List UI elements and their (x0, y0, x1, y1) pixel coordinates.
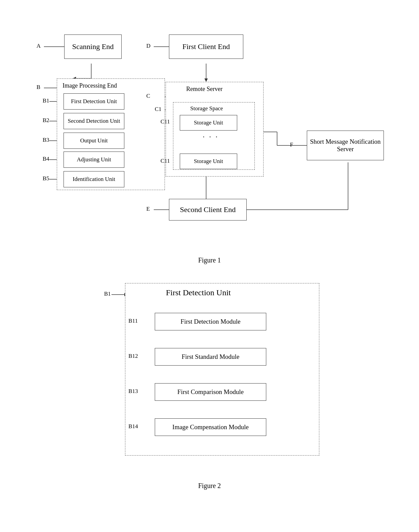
first-detection-module-box: First Detection Module (155, 313, 266, 330)
label-B1: B1 (43, 97, 49, 104)
figure1: A Scanning End B Image Processing End B1… (24, 14, 395, 250)
label-fig2-B14: B14 (128, 423, 138, 430)
first-standard-module-box: First Standard Module (155, 348, 266, 366)
storage-unit-2-box: Storage Unit (180, 154, 237, 169)
scanning-end-box: Scanning End (64, 34, 122, 59)
label-B2: B2 (43, 117, 49, 124)
label-C1: C1 (155, 106, 162, 113)
svg-marker-23 (204, 78, 208, 82)
remote-server-label: Remote Server (186, 86, 222, 93)
label-B5: B5 (43, 175, 49, 182)
first-client-end-box: First Client End (169, 34, 243, 59)
image-processing-label: Image Processing End (63, 82, 117, 89)
label-D: D (146, 43, 150, 49)
identification-unit-box: Identification Unit (64, 171, 124, 187)
label-fig2-B13: B13 (128, 388, 138, 395)
label-B: B (36, 84, 40, 91)
figure1-caption: Figure 1 (20, 256, 399, 264)
label-C11a: C11 (161, 118, 170, 125)
figure2: B1 First Detection Unit B11 First Detect… (91, 276, 328, 472)
label-F: F (290, 141, 293, 148)
output-unit-box: Output Unit (64, 133, 124, 149)
label-C11b: C11 (161, 158, 170, 164)
figure2-caption: Figure 2 (20, 482, 399, 490)
label-E: E (146, 206, 150, 212)
label-A: A (36, 43, 41, 49)
short-message-box: Short Message Notification Server (307, 131, 384, 160)
dots: · · · (203, 133, 219, 141)
label-C: C (146, 93, 150, 99)
second-detection-unit-box: Second Detection Unit (64, 113, 124, 129)
second-client-end-box: Second Client End (169, 199, 247, 221)
adjusting-unit-box: Adjusting Unit (64, 152, 124, 168)
image-compensation-module-box: Image Compensation Module (155, 418, 266, 436)
label-B3: B3 (43, 137, 49, 143)
first-comparison-module-box: First Comparison Module (155, 383, 266, 401)
label-fig2-B12: B12 (128, 353, 138, 360)
first-detection-unit-label: First Detection Unit (166, 288, 231, 297)
storage-unit-1-box: Storage Unit (180, 115, 237, 131)
storage-space-label: Storage Space (190, 105, 223, 112)
label-B4: B4 (43, 156, 49, 162)
label-fig2-B11: B11 (128, 318, 138, 324)
label-fig2-B1: B1 (104, 291, 111, 297)
first-detection-unit-box: First Detection Unit (64, 93, 124, 110)
